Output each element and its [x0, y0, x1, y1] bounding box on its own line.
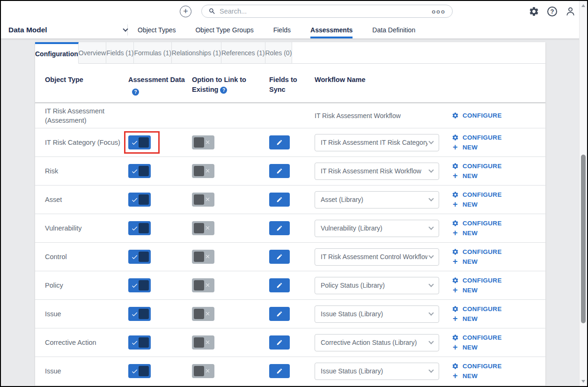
- assessment-data-toggle[interactable]: [128, 221, 151, 235]
- edit-fields-button[interactable]: [269, 364, 290, 378]
- option-link-toggle[interactable]: [192, 164, 214, 178]
- configure-button[interactable]: CONFIGURE: [452, 305, 502, 313]
- option-link-toggle[interactable]: [192, 135, 214, 149]
- module-tab[interactable]: Object Type Groups: [195, 22, 253, 38]
- detail-tab[interactable]: References (1): [221, 42, 265, 64]
- workflow-select[interactable]: IT Risk Assessment Control Workflow: [315, 248, 439, 266]
- assessment-data-toggle[interactable]: [128, 307, 151, 321]
- workflow-select[interactable]: Vulnerability (Library): [315, 220, 439, 237]
- check-icon: [131, 339, 138, 346]
- module-selector[interactable]: Data Model: [8, 22, 127, 38]
- workflow-cell: IT Risk Assessment Workflow: [315, 112, 451, 119]
- configure-button[interactable]: CONFIGURE: [452, 363, 502, 370]
- assessment-data-toggle[interactable]: [128, 335, 151, 350]
- option-link-toggle[interactable]: [192, 278, 214, 292]
- workflow-select[interactable]: Asset (Library): [315, 191, 439, 208]
- detail-tab[interactable]: Roles (0): [265, 42, 293, 64]
- table-row: Asset: [35, 186, 545, 214]
- assessment-data-toggle[interactable]: [128, 193, 151, 207]
- workflow-select[interactable]: Corrective Action Status (Library): [315, 334, 439, 351]
- configure-button[interactable]: CONFIGURE: [452, 220, 502, 227]
- new-button[interactable]: + NEW: [452, 372, 478, 380]
- assessment-data-toggle[interactable]: [128, 164, 151, 178]
- option-link-toggle[interactable]: [192, 193, 214, 207]
- search-more-options-icon[interactable]: ooo: [432, 8, 446, 15]
- edit-fields-button[interactable]: [269, 164, 290, 178]
- configure-button[interactable]: CONFIGURE: [452, 277, 502, 284]
- scroll-up-arrow[interactable]: [580, 2, 587, 9]
- assessment-data-toggle[interactable]: [128, 250, 151, 264]
- edit-fields-button[interactable]: [269, 250, 290, 264]
- module-tab[interactable]: Fields: [273, 22, 291, 38]
- vertical-scrollbar[interactable]: [579, 1, 587, 386]
- help-icon[interactable]: ?: [220, 87, 227, 94]
- module-tab[interactable]: Assessments: [310, 22, 353, 38]
- new-button[interactable]: + NEW: [452, 344, 478, 351]
- table-row: Vulnerability: [35, 214, 545, 243]
- module-tab[interactable]: Data Definition: [372, 22, 415, 38]
- detail-tab[interactable]: Relationships (1): [172, 42, 221, 64]
- toggle-knob: [194, 280, 204, 290]
- help-icon[interactable]: ?: [547, 6, 558, 17]
- object-type-label: Asset: [45, 195, 128, 204]
- plus-icon: +: [452, 344, 459, 350]
- scroll-down-arrow[interactable]: [580, 378, 587, 385]
- configure-button[interactable]: CONFIGURE: [452, 112, 502, 119]
- new-button[interactable]: + NEW: [452, 230, 478, 237]
- detail-tab[interactable]: Fields (1): [106, 42, 134, 64]
- settings-gear-icon[interactable]: [529, 6, 539, 17]
- detail-tab[interactable]: Overview: [79, 42, 106, 64]
- option-link-toggle[interactable]: [192, 307, 214, 321]
- table-row: IT Risk Category (Focus): [35, 128, 545, 157]
- assessment-data-cell: [128, 221, 192, 235]
- user-profile-icon[interactable]: [565, 6, 576, 17]
- add-button[interactable]: +: [180, 6, 191, 17]
- object-type-label: IT Risk Category (Focus): [45, 138, 128, 147]
- edit-fields-button[interactable]: [269, 335, 290, 350]
- module-tab[interactable]: Object Types: [138, 22, 176, 38]
- x-icon: [205, 368, 211, 374]
- gear-icon: [452, 248, 459, 255]
- table-row: Corrective Action: [35, 328, 545, 357]
- option-link-toggle[interactable]: [192, 335, 214, 350]
- search-placeholder: Search...: [220, 7, 432, 15]
- workflow-select[interactable]: IT Risk Assessment Risk Workflow: [315, 163, 439, 180]
- search-input[interactable]: Search... ooo: [201, 5, 453, 18]
- pencil-icon: [276, 225, 283, 231]
- workflow-select[interactable]: Policy Status (Library): [315, 277, 439, 294]
- configure-button[interactable]: CONFIGURE: [452, 334, 502, 341]
- new-button[interactable]: + NEW: [452, 258, 478, 265]
- option-link-toggle[interactable]: [192, 250, 214, 264]
- edit-fields-button[interactable]: [269, 135, 290, 149]
- workflow-cell: IT Risk Assessment Control Workflow: [315, 248, 451, 266]
- assessment-data-toggle[interactable]: [128, 278, 151, 292]
- new-button[interactable]: + NEW: [452, 287, 478, 294]
- table-row: Policy: [35, 271, 545, 300]
- configure-button[interactable]: CONFIGURE: [452, 248, 502, 255]
- new-button[interactable]: + NEW: [452, 172, 478, 179]
- new-button[interactable]: + NEW: [452, 201, 478, 208]
- pencil-icon: [276, 311, 283, 317]
- assessment-data-toggle[interactable]: [128, 135, 151, 149]
- configure-button[interactable]: CONFIGURE: [452, 191, 502, 198]
- detail-tab[interactable]: Configuration: [35, 42, 79, 64]
- edit-fields-button[interactable]: [269, 221, 290, 235]
- detail-tab[interactable]: Formulas (1): [134, 42, 171, 64]
- help-icon[interactable]: ?: [132, 89, 139, 96]
- configure-button[interactable]: CONFIGURE: [452, 163, 502, 170]
- option-link-toggle[interactable]: [192, 221, 214, 235]
- workflow-select[interactable]: Issue Status (Library): [315, 305, 439, 323]
- object-type-label: Corrective Action: [45, 338, 128, 347]
- chevron-down-icon: [428, 253, 434, 258]
- edit-fields-button[interactable]: [269, 193, 290, 207]
- configure-button[interactable]: CONFIGURE: [452, 134, 502, 141]
- edit-fields-button[interactable]: [269, 307, 290, 321]
- new-button[interactable]: + NEW: [452, 144, 478, 151]
- scrollbar-thumb[interactable]: [581, 155, 586, 323]
- assessment-data-toggle[interactable]: [128, 364, 151, 378]
- workflow-select[interactable]: Issue Status (Library): [315, 363, 439, 380]
- workflow-select[interactable]: IT Risk Assessment IT Risk Category: [315, 134, 439, 151]
- edit-fields-button[interactable]: [269, 278, 290, 292]
- new-button[interactable]: + NEW: [452, 315, 478, 322]
- option-link-toggle[interactable]: [192, 364, 214, 378]
